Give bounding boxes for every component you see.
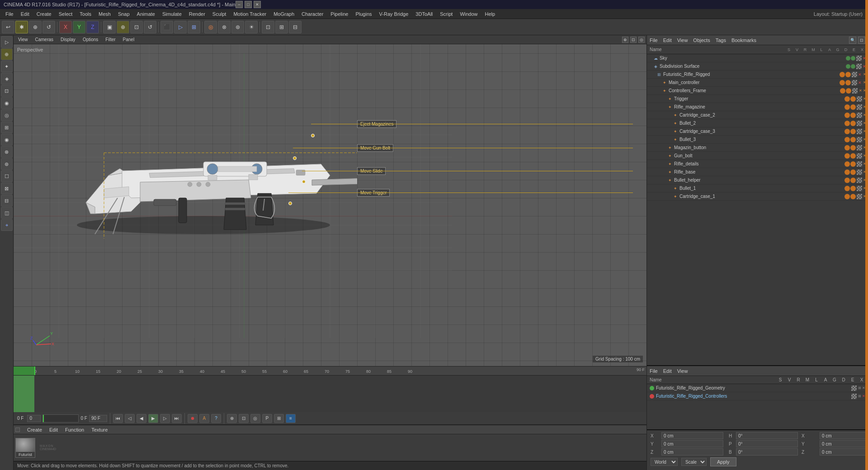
mc-vis-s[interactable] [840, 80, 845, 85]
b1-vis-s[interactable] [844, 186, 850, 191]
rotate3d-btn[interactable]: ↺ [144, 21, 156, 33]
frame-slider[interactable] [42, 414, 79, 423]
subdiv-vis-s[interactable] [846, 64, 850, 69]
left-tool-select-rect[interactable]: ⊡ [1, 85, 13, 97]
rd-vis-s[interactable] [844, 161, 850, 167]
cf-vis-v[interactable] [846, 88, 851, 94]
play-back-btn[interactable]: ◀ [137, 414, 146, 423]
mb-vis-s[interactable] [844, 145, 850, 150]
menu-motion-tracker[interactable]: Motion Tracker [230, 10, 270, 18]
bh-vis-v[interactable] [850, 178, 856, 183]
menu-tools[interactable]: Tools [76, 10, 95, 18]
b3-vis-v[interactable] [850, 137, 856, 142]
coord-y-input[interactable] [661, 440, 723, 447]
obj-row-gun-bolt[interactable]: ✦ Gun_bolt ✕ [647, 152, 868, 160]
apply-button[interactable]: Apply [710, 457, 736, 466]
obj-row-main-ctrl[interactable]: ✦ Main_controller ✕ ✕ [647, 79, 868, 87]
rd-vis-v[interactable] [850, 161, 856, 167]
y-axis-btn[interactable]: Y [73, 21, 85, 33]
sky-vis-s[interactable] [846, 56, 850, 61]
coord-sx-input[interactable] [820, 432, 868, 439]
mat-menu-function[interactable]: Function [63, 427, 86, 432]
coord-x-input[interactable] [661, 432, 723, 439]
minimize-button[interactable]: – [236, 1, 243, 8]
obj-row-rifle-mag[interactable]: ✦ Rifle_magazine ✕ [647, 103, 868, 111]
sky-vis-v[interactable] [851, 56, 855, 61]
left-tool-select-lasso[interactable]: ◎ [1, 109, 13, 121]
rb-vis-v[interactable] [850, 169, 856, 175]
menu-select[interactable]: Select [55, 10, 76, 18]
scene-menu-file[interactable]: File [650, 368, 658, 374]
vp-menu-filter[interactable]: Filter [103, 37, 118, 42]
menu-window[interactable]: Window [456, 10, 481, 18]
auto-key-btn[interactable]: A [199, 414, 209, 423]
left-tool-rotate[interactable]: ◈ [1, 73, 13, 85]
obj-menu-bookmarks[interactable]: Bookmarks [731, 38, 756, 43]
left-tool-python[interactable]: ⌖ [1, 219, 13, 231]
gb-vis-v[interactable] [850, 153, 856, 159]
mb-vis-v[interactable] [850, 145, 856, 150]
obj-row-cart2[interactable]: ✦ Cartridge_case_2 ✕ [647, 111, 868, 119]
render-preview-btn[interactable]: ⬛ [160, 21, 173, 33]
render-queue-btn[interactable]: ⊞ [188, 21, 200, 33]
c2-vis-v[interactable] [850, 113, 856, 118]
select-btn[interactable]: ▣ [103, 21, 116, 33]
tl-tool5[interactable]: ⊞ [274, 414, 284, 423]
obj-menu-tags[interactable]: Tags [716, 38, 726, 43]
cf-vis-s[interactable] [840, 88, 845, 94]
obj-row-bullet1[interactable]: ✦ Bullet_1 ✕ [647, 184, 868, 193]
new-button[interactable]: ⊕ [29, 21, 42, 33]
vp-nav-icon1[interactable]: ⊕ [622, 37, 628, 43]
left-tool-magnet[interactable]: ⊛ [1, 158, 13, 170]
left-tool-scale[interactable]: ✦ [1, 61, 13, 72]
b2-vis-v[interactable] [850, 121, 856, 126]
vp-menu-cameras[interactable]: Cameras [33, 37, 57, 42]
menu-vray[interactable]: V-Ray Bridge [376, 10, 412, 18]
tl-tool6[interactable]: ≡ [286, 414, 296, 423]
c1-vis-s[interactable] [844, 194, 850, 199]
scale-dropdown[interactable]: Scale Size [681, 458, 707, 466]
left-tool-sculpt[interactable]: ◉ [1, 134, 13, 146]
vp-menu-view[interactable]: View [15, 37, 31, 42]
obj-row-rifle-details[interactable]: ✦ Rifle_details ✕ [647, 160, 868, 168]
obj-row-rifle-rigged[interactable]: ⊞ Futuristic_Rifle_Rigged ✕ ✕ [647, 70, 868, 79]
grid-btn[interactable]: ⊞ [275, 21, 288, 33]
texture-btn[interactable]: ⊛ [231, 21, 244, 33]
left-tool-measure[interactable]: ⊠ [1, 183, 13, 194]
coord-b-input[interactable] [736, 448, 798, 456]
coord-h-input[interactable] [736, 432, 798, 439]
close-button[interactable]: ✕ [254, 1, 261, 8]
record-btn[interactable]: ⏺ [188, 414, 198, 423]
snap-btn[interactable]: ⊡ [262, 21, 274, 33]
menu-character[interactable]: Character [298, 10, 327, 18]
tr-vis-s[interactable] [844, 96, 850, 102]
obj-row-sky[interactable]: ☁ Sky ✕ [647, 54, 868, 62]
go-end-btn[interactable]: ⏭ [172, 414, 182, 423]
obj-search-icon[interactable]: 🔍 [849, 37, 856, 44]
menu-simulate[interactable]: Simulate [159, 10, 185, 18]
world-dropdown[interactable]: World Object Parent [651, 458, 678, 466]
timeline-track[interactable] [14, 376, 646, 412]
menu-sculpt[interactable]: Sculpt [209, 10, 230, 18]
left-tool-paint[interactable]: ⊞ [1, 122, 13, 133]
obj-row-bullet-helper[interactable]: ✦ Bullet_helper ✕ [647, 176, 868, 184]
menu-mesh[interactable]: Mesh [95, 10, 114, 18]
scene-row-geometry[interactable]: Futuristic_Rifle_Rigged_Geometry ⊞ ✕ [647, 384, 868, 392]
menu-plugins[interactable]: Plugins [352, 10, 375, 18]
obj-row-bullet3[interactable]: ✦ Bullet_3 ✕ [647, 136, 868, 144]
obj-filter-icon[interactable]: ⊡ [858, 37, 865, 44]
coord-sy-input[interactable] [820, 440, 868, 447]
scene-menu-edit[interactable]: Edit [663, 368, 672, 374]
maximize-button[interactable]: □ [245, 1, 252, 8]
vp-nav-icon3[interactable]: ◎ [638, 37, 645, 43]
left-tool-select-circle[interactable]: ◉ [1, 97, 13, 109]
obj-menu-edit[interactable]: Edit [663, 38, 672, 43]
rm-vis-s[interactable] [844, 104, 850, 110]
menu-animate[interactable]: Animate [133, 10, 159, 18]
tl-tool3[interactable]: ◎ [250, 414, 260, 423]
obj-row-mag-btn[interactable]: ✦ Magazin_button ✕ [647, 144, 868, 152]
menu-3dtoall[interactable]: 3DToAll [412, 10, 436, 18]
go-start-btn[interactable]: ⏮ [113, 414, 123, 423]
vp-menu-display[interactable]: Display [58, 37, 78, 42]
step-fwd-btn[interactable]: ▷ [160, 414, 170, 423]
